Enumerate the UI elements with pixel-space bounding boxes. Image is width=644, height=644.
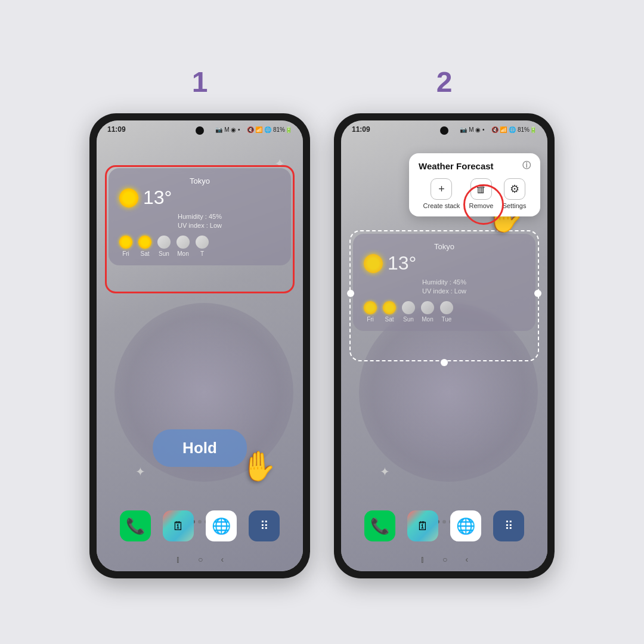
nav-bar-1: ⫿ ○ ‹ [176, 555, 224, 564]
dock-gallery-2[interactable]: 🗓 [407, 510, 438, 541]
nav-home-1[interactable]: ○ [198, 555, 203, 564]
nav-recents-1[interactable]: ⫿ [176, 555, 180, 564]
tutorial-container: 1 11:09 📷 M ◉ • 🔇 📶 🌐 81%🔋 ✦ ✦ ✦ [66, 42, 578, 602]
nav-bar-2: ⫿ ○ ‹ [420, 555, 468, 564]
phone-1-screen: 11:09 📷 M ◉ • 🔇 📶 🌐 81%🔋 ✦ ✦ ✦ Tokyo 13° [97, 120, 303, 571]
phone-2-screen: 11:09 📷 M ◉ • 🔇 📶 🌐 81%🔋 ✦ ✦ Weather For… [341, 120, 547, 571]
nav-home-2[interactable]: ○ [442, 555, 447, 564]
bottom-dock-1: 📞 🗓 🌐 ⠿ [120, 510, 280, 541]
dock-gallery-1[interactable]: 🗓 [163, 510, 194, 541]
status-icons-1: 📷 M ◉ • 🔇 📶 🌐 81%🔋 [215, 126, 292, 133]
popup-create-stack[interactable]: + Create stack [423, 178, 460, 209]
status-icons-2: 📷 M ◉ • 🔇 📶 🌐 81%🔋 [460, 126, 537, 133]
camera-notch-2 [440, 126, 448, 135]
dock-chrome-2[interactable]: 🌐 [450, 510, 481, 541]
hand-cursor-1: 🤚 [240, 450, 276, 483]
red-circle-remove [463, 184, 504, 225]
dock-chrome-1[interactable]: 🌐 [206, 510, 237, 541]
status-time-1: 11:09 [107, 125, 126, 134]
popup-info-icon: ⓘ [522, 160, 531, 171]
settings-icon: ⚙ [504, 178, 525, 200]
settings-label: Settings [503, 202, 527, 209]
dock-apps-2[interactable]: ⠿ [493, 510, 524, 541]
camera-notch-1 [196, 126, 204, 135]
step-2-number: 2 [436, 66, 453, 98]
widget-handle-right [534, 290, 541, 297]
dock-phone-2[interactable]: 📞 [364, 510, 395, 541]
phone-2: 11:09 📷 M ◉ • 🔇 📶 🌐 81%🔋 ✦ ✦ Weather For… [334, 113, 555, 578]
hold-button[interactable]: Hold [153, 429, 247, 467]
create-stack-label: Create stack [423, 202, 460, 209]
status-time-2: 11:09 [352, 125, 370, 134]
popup-title: Weather Forecast ⓘ [419, 160, 531, 171]
widget-handle-left [347, 290, 354, 297]
step-1-number: 1 [192, 66, 208, 98]
dock-phone-1[interactable]: 📞 [120, 510, 151, 541]
widget-select-border [349, 230, 539, 361]
red-highlight-box [105, 165, 295, 293]
widget-handle-bottom [441, 359, 448, 366]
nav-back-2[interactable]: ‹ [465, 555, 468, 564]
step-2: 2 11:09 📷 M ◉ • 🔇 📶 🌐 81%🔋 ✦ ✦ [334, 66, 555, 578]
phone-1: 11:09 📷 M ◉ • 🔇 📶 🌐 81%🔋 ✦ ✦ ✦ Tokyo 13° [89, 113, 310, 578]
nav-recents-2[interactable]: ⫿ [420, 555, 425, 564]
create-stack-icon: + [431, 178, 452, 200]
nav-back-1[interactable]: ‹ [221, 555, 224, 564]
sparkle-2c: ✦ [380, 465, 390, 479]
bottom-dock-2: 📞 🗓 🌐 ⠿ [364, 510, 524, 541]
step-1: 1 11:09 📷 M ◉ • 🔇 📶 🌐 81%🔋 ✦ ✦ ✦ [89, 66, 310, 578]
sparkle-1c: ✦ [135, 465, 145, 479]
dock-apps-1[interactable]: ⠿ [249, 510, 280, 541]
popup-settings[interactable]: ⚙ Settings [503, 178, 527, 209]
